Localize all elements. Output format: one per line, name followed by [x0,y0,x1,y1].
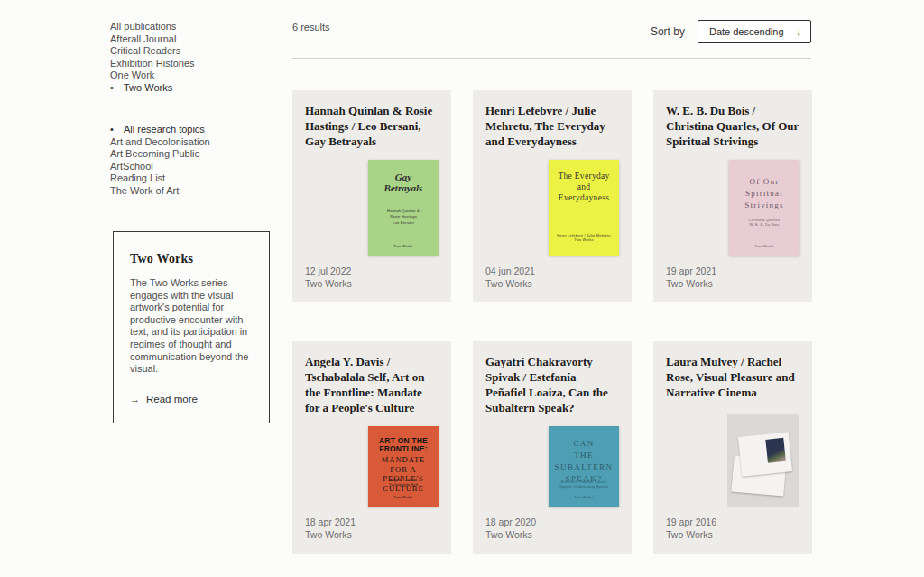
publication-card[interactable]: Henri Lefebvre / Julie Mehretu, The Ever… [473,90,632,302]
sidebar-item-artschool[interactable]: ArtSchool [110,161,282,173]
results-count: 6 results [292,22,330,33]
sidebar-item-afterall-journal[interactable]: Afterall Journal [110,33,282,46]
card-series: Two Works [485,277,619,290]
sidebar-item-art-becoming-public[interactable]: Art Becoming Public [110,148,282,161]
cover-imprint: Two Works [368,495,439,499]
card-date: 04 jun 2021 [485,265,619,277]
card-series: Two Works [305,277,439,290]
card-title: Henri Lefebvre / Julie Mehretu, The Ever… [485,103,619,149]
sidebar-item-the-work-of-art[interactable]: The Work of Art [110,185,282,198]
publications-page: All publications Afterall Journal Critic… [0,0,924,577]
card-title: Angela Y. Davis / Tschabalala Self, Art … [305,354,439,415]
cover-authors: Henri Lefebvre / Julie Mehretu Two Works [549,233,619,243]
card-date: 12 jul 2022 [305,265,439,277]
card-series: Two Works [305,528,439,541]
card-meta: 12 jul 2022 Two Works [305,265,439,290]
card-series: Two Works [666,277,799,290]
sidebar-item-exhibition-histories[interactable]: Exhibition Histories [110,58,282,70]
card-title: W. E. B. Du Bois / Christina Quarles, Of… [666,103,799,149]
sidebar-item-art-and-decolonisation[interactable]: Art and Decolonisation [110,136,282,149]
card-meta: 04 jun 2021 Two Works [485,265,619,290]
read-more-link[interactable]: → Read more [130,394,253,405]
book-cover: The Everyday and Everydayness Henri Lefe… [549,160,619,256]
cover-authors: Christina Quarles W. E. B. Du Bois [729,218,799,228]
book-cover: ART ON THE FRONTLINE: MANDATE FOR A PEOP… [368,426,439,507]
sidebar-item-all-publications[interactable]: All publications [110,21,282,33]
cover-title: Of Our Spiritual Strivings [729,160,799,211]
publication-card[interactable]: Angela Y. Davis / Tschabalala Self, Art … [292,341,451,554]
book-photo-cover [727,414,799,507]
cover-authors: Angela Y. Davis Tschabalala Self [368,478,439,488]
sort-by-label: Sort by [651,25,685,38]
sort-dropdown-value: Date descending [709,26,784,37]
research-topics-list: All research topics Art and Decolonisati… [110,124,282,198]
card-title: Gayatri Chakravorty Spivak / Estefanía P… [485,354,619,415]
cover-title: The Everyday and Everydayness [549,160,619,203]
publications-filter-list: All publications Afterall Journal Critic… [110,21,282,95]
card-series: Two Works [666,528,799,541]
book-cover: Gay Betrayals Hannah Quinlan & Rosie Has… [368,160,439,256]
card-meta: 19 apr 2016 Two Works [666,516,799,541]
book-shape [738,432,792,477]
card-meta: 18 apr 2020 Two Works [485,516,619,541]
book-cover: CAN THE SUBALTERN SPEAK? Estefanía Peñaf… [549,426,619,507]
sort-group: Sort by Date descending ↓ [651,20,811,43]
card-date: 19 apr 2021 [666,265,799,277]
cover-title: ART ON THE FRONTLINE: [368,426,439,453]
sidebar-item-all-research-topics[interactable]: All research topics [110,124,282,136]
cover-title: CAN THE SUBALTERN SPEAK? [549,426,619,485]
publication-card[interactable]: Laura Mulvey / Rachel Rose, Visual Pleas… [653,341,812,554]
sidebar-item-two-works[interactable]: Two Works [110,82,282,95]
header-divider [292,58,811,59]
sidebar-item-reading-list[interactable]: Reading List [110,172,282,185]
series-info-title: Two Works [130,252,253,266]
book-cover-artwork [765,438,786,463]
sidebar-item-one-work[interactable]: One Work [110,70,282,82]
card-title: Hannah Quinlan & Rosie Hastings / Leo Be… [305,103,439,149]
cover-authors: Hannah Quinlan & Rosie Hastings [368,209,439,219]
cover-imprint: Two Works [368,244,439,248]
cover-imprint: Two Works [729,244,799,248]
card-date: 18 apr 2020 [485,516,619,528]
card-title: Laura Mulvey / Rachel Rose, Visual Pleas… [666,354,799,400]
cover-extra: Leo Bersani [368,220,439,226]
card-date: 18 apr 2021 [305,516,439,528]
arrow-down-icon: ↓ [797,26,802,37]
arrow-right-icon: → [130,394,140,405]
cover-title: Gay Betrayals [368,160,439,193]
results-grid: Hannah Quinlan & Rosie Hastings / Leo Be… [292,90,812,554]
card-series: Two Works [485,528,619,541]
publication-card[interactable]: W. E. B. Du Bois / Christina Quarles, Of… [653,90,812,302]
read-more-label: Read more [146,394,198,405]
cover-imprint: Two Works [549,495,619,499]
series-info-description: The Two Works series engages with the vi… [130,277,253,376]
book-cover: Of Our Spiritual Strivings Christina Qua… [729,160,799,256]
sort-dropdown[interactable]: Date descending ↓ [698,20,811,43]
cover-authors: Estefanía Peñafiel Loaiza Gayatri Chakra… [549,479,619,489]
card-date: 19 apr 2016 [666,516,799,528]
card-meta: 19 apr 2021 Two Works [666,265,799,290]
publication-card[interactable]: Gayatri Chakravorty Spivak / Estefanía P… [473,341,632,554]
series-info-box: Two Works The Two Works series engages w… [113,231,270,423]
publication-card[interactable]: Hannah Quinlan & Rosie Hastings / Leo Be… [292,90,451,302]
sidebar-item-critical-readers[interactable]: Critical Readers [110,45,282,58]
card-meta: 18 apr 2021 Two Works [305,516,439,541]
